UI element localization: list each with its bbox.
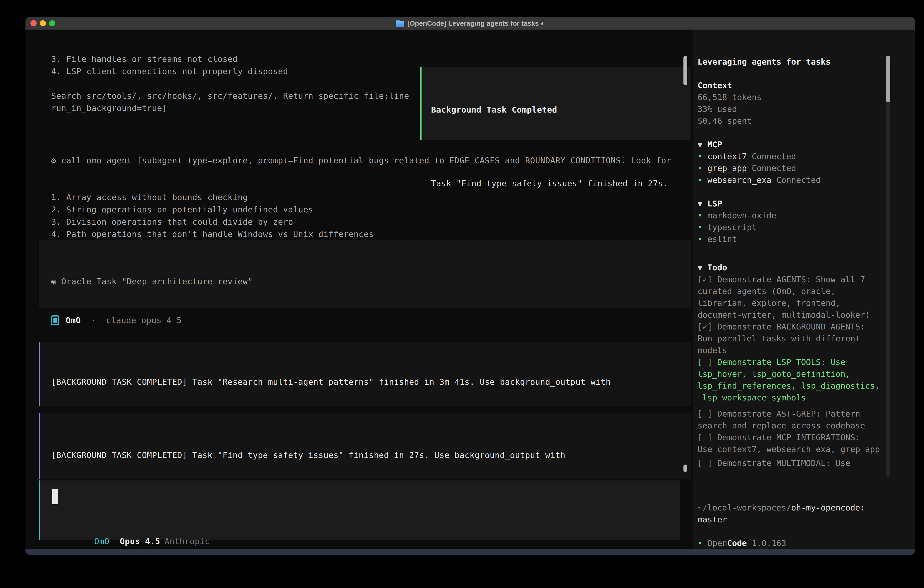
text-line: lsp_find_references, lsp_diagnostics, — [698, 380, 880, 392]
text-line: librarian, explore, frontend, — [698, 297, 880, 309]
text-line: curated agents (OmO, oracle, — [698, 285, 880, 297]
window-title-text: [OpenCode] Leveraging agents for tasks ◐ — [408, 20, 545, 27]
text-line — [698, 68, 830, 79]
sidebar-scrollbar-track[interactable] — [886, 56, 890, 476]
agent-icon — [51, 315, 59, 325]
terminal-window: [OpenCode] Leveraging agents for tasks ◐… — [25, 17, 915, 555]
conversation-area: 3. File handles or streams not closed4. … — [25, 30, 693, 549]
oracle-task-title: Oracle Task "Deep architecture review" — [56, 277, 253, 286]
titlebar: [OpenCode] Leveraging agents for tasks ◐ — [25, 17, 915, 30]
text-line: 66,518 tokens — [698, 91, 830, 103]
text-line: document-writer, multimodal-looker) — [698, 309, 880, 321]
text-line: Use context7, websearch_exa, grep_app — [698, 443, 880, 455]
text-line: 3. File handles or streams not closed — [51, 53, 409, 65]
text-line: models — [698, 345, 880, 356]
oracle-task-box: ◉ Oracle Task "Deep architecture review"… — [39, 240, 691, 308]
task1-line1: [BACKGROUND TASK COMPLETED] Task "Resear… — [51, 377, 611, 386]
text-line: • context7 Connected — [698, 150, 830, 162]
sidebar-workspace: ~/local-workspaces/oh-my-opencode:master… — [698, 502, 865, 549]
text-line: lsp_hover, lsp_goto_definition, — [698, 368, 880, 380]
close-button[interactable] — [30, 20, 36, 26]
text-line: [ ] Demonstrate LSP TOOLS: Use — [698, 356, 880, 368]
task-message-2: [BACKGROUND TASK COMPLETED] Task "Find t… — [39, 413, 691, 479]
sidebar-todo-pending: [ ] Demonstrate AST-GREP: Patternsearch … — [698, 408, 880, 455]
text-line: 4. Path operations that don't handle Win… — [51, 228, 671, 240]
text-line — [698, 186, 830, 198]
window-bottom-bar — [25, 549, 915, 555]
text-line: 33% used — [698, 103, 830, 115]
text-line: 4. LSP client connections not properly d… — [51, 65, 409, 78]
task-message-1: [BACKGROUND TASK COMPLETED] Task "Resear… — [39, 342, 691, 406]
text-cursor — [52, 489, 58, 504]
tool-call-head: call_omo_agent [subagent_type=explore, p… — [56, 156, 671, 165]
text-line: $0.46 spent — [698, 115, 830, 127]
text-line: Search src/tools/, src/hooks/, src/featu… — [51, 90, 409, 102]
window-controls — [30, 17, 55, 30]
text-line: • eslint — [698, 233, 830, 245]
notification-title: Background Task Completed — [431, 105, 557, 114]
text-line: [✓] Demonstrate AGENTS: Show all 7 — [698, 274, 880, 285]
text-line: 2. String operations on potentially unde… — [51, 203, 671, 216]
scrollbar-thumb[interactable] — [683, 56, 687, 85]
subagent-icon: ◉ — [51, 277, 56, 286]
text-line: master — [698, 514, 865, 525]
agent-separator: · — [81, 314, 106, 327]
window-title: [OpenCode] Leveraging agents for tasks ◐ — [396, 20, 545, 27]
text-line: Leveraging agents for tasks — [698, 56, 830, 68]
minimize-button[interactable] — [40, 20, 46, 26]
gear-icon: ⚙ — [51, 156, 56, 165]
text-line: search and replace across codebase — [698, 420, 880, 431]
text-line: ▼ Todo — [698, 262, 880, 274]
text-line: • websearch_exa Connected — [698, 174, 830, 186]
text-line: • markdown-oxide — [698, 210, 830, 221]
text-line: 1. Array access without bounds checking — [51, 191, 671, 203]
sidebar-todo: ▼ Todo[✓] Demonstrate AGENTS: Show all 7… — [698, 262, 880, 404]
text-line: lsp_workspace_symbols — [698, 392, 880, 404]
task2-line1: [BACKGROUND TASK COMPLETED] Task "Find t… — [51, 451, 566, 460]
text-line: ~/local-workspaces/oh-my-opencode: — [698, 502, 865, 514]
message-text: 3. File handles or streams not closed4. … — [51, 53, 409, 114]
text-line: • OpenCode 1.0.163 — [698, 537, 865, 549]
text-line: [ ] Demonstrate MCP INTEGRATIONS: — [698, 431, 880, 443]
sidebar-todo-pending2: [ ] Demonstrate MULTIMODAL: Use — [698, 457, 850, 469]
agent-header-row: OmO · claude-opus-4-5 — [51, 314, 182, 327]
agent-model: claude-opus-4-5 — [106, 314, 182, 327]
text-line: [ ] Demonstrate MULTIMODAL: Use — [698, 457, 850, 469]
text-line — [51, 78, 409, 90]
sidebar-scrollbar-thumb[interactable] — [886, 56, 890, 102]
text-line — [698, 525, 865, 537]
text-line: 3. Division operations that could divide… — [51, 216, 671, 228]
text-line: [ ] Demonstrate AST-GREP: Pattern — [698, 408, 880, 420]
text-line: ▼ LSP — [698, 198, 830, 210]
text-line: Run parallel tasks with different — [698, 333, 880, 345]
text-line: [✓] Demonstrate BACKGROUND AGENTS: — [698, 321, 880, 333]
text-line — [698, 127, 830, 139]
scrollbar-thumb-bottom[interactable] — [683, 464, 687, 472]
session-sidebar: Leveraging agents for tasks Context66,51… — [693, 30, 915, 549]
prompt-input[interactable]: OmOOpus 4.5Anthropic — [39, 481, 680, 540]
agent-name: OmO — [66, 314, 81, 327]
zoom-button[interactable] — [49, 20, 55, 26]
sidebar-info: Leveraging agents for tasks Context66,51… — [698, 56, 830, 245]
text-line: run_in_background=true] — [51, 102, 409, 114]
folder-icon — [396, 20, 404, 27]
text-line: • typescript — [698, 221, 830, 233]
text-line: • grep_app Connected — [698, 162, 830, 174]
text-line: ▼ MCP — [698, 139, 830, 150]
text-line: Context — [698, 79, 830, 91]
background-task-notification: Background Task Completed Task "Find typ… — [420, 67, 690, 140]
